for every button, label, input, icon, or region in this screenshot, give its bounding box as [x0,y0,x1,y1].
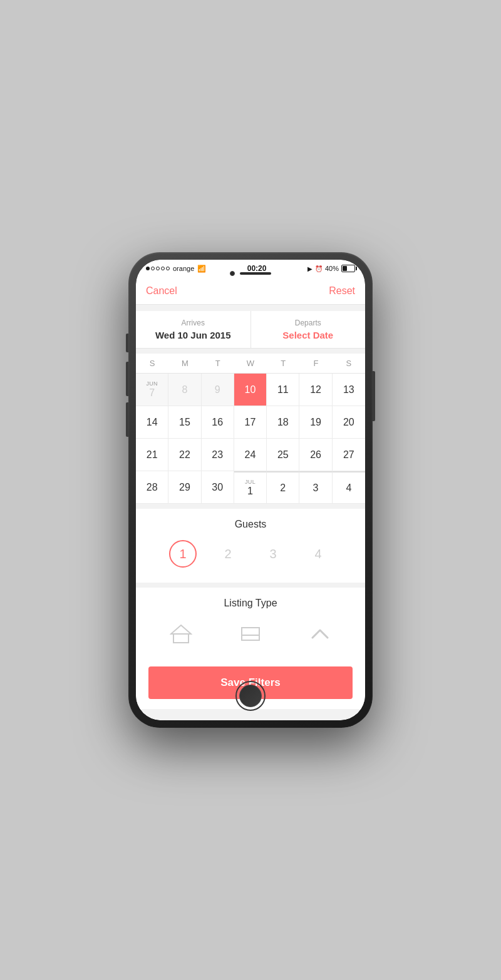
listing-icon-chevron[interactable] [309,624,331,644]
battery-icon [341,265,355,272]
location-icon: ▶ [307,265,312,272]
calendar-header: S M T W T F S [136,354,365,374]
chevron-up-icon [309,624,331,644]
day-thu: T [267,354,299,373]
listing-type-section: Listing Type [136,588,365,659]
cal-day-26[interactable]: 26 [299,439,332,471]
cancel-button[interactable]: Cancel [146,285,177,297]
departs-column[interactable]: Departs Select Date [251,311,366,348]
arrives-label: Arrives [182,319,205,327]
listing-type-title: Listing Type [146,598,355,609]
guest-option-2[interactable]: 2 [214,540,242,568]
day-num: 12 [310,384,321,396]
signal-dot-2 [151,267,155,270]
day-num: 13 [343,384,354,396]
cal-day-17[interactable]: 17 [234,406,267,439]
cal-day-30[interactable]: 30 [202,471,234,504]
guests-title: Guests [146,519,355,530]
day-num: 18 [277,417,289,428]
cal-day-jul1[interactable]: JUL 1 [234,471,267,504]
house-icon [170,624,192,644]
cal-day-22[interactable]: 22 [168,439,201,471]
calendar-row-4: 28 29 30 JUL 1 2 3 4 [136,471,365,504]
day-num: 16 [212,417,223,428]
cal-day-16[interactable]: 16 [202,406,234,439]
day-num: 2 [280,482,286,494]
cal-day-10-selected[interactable]: 10 [234,374,267,406]
cal-day-jul3[interactable]: 3 [299,471,332,504]
alarm-icon: ⏰ [315,265,323,272]
departs-value: Select Date [282,330,333,340]
day-num: 17 [245,417,256,428]
carrier-label: orange [173,265,194,272]
listing-icon-room[interactable] [239,624,262,644]
day-num: 1 [247,486,253,497]
day-num: 8 [182,384,187,396]
cal-day-24[interactable]: 24 [234,439,267,471]
day-num: 27 [343,449,354,461]
day-fri: F [299,354,332,373]
room-icon [239,624,262,644]
home-button[interactable] [235,681,266,711]
camera-area [230,271,271,276]
cal-day-27[interactable]: 27 [333,439,365,471]
signal-dot-3 [156,267,160,270]
cal-day-11[interactable]: 11 [267,374,299,406]
day-num: 24 [245,449,256,461]
day-tue: T [202,354,234,373]
screen: orange 📶 00:20 ▶ ⏰ 40% Cancel Reset [136,260,365,720]
listing-icon-house[interactable] [170,624,192,644]
calendar-row-2: 14 15 16 17 18 19 20 [136,406,365,439]
camera-dot [230,271,235,276]
speaker-grille [240,272,271,275]
cal-day-12[interactable]: 12 [299,374,332,406]
cal-day-8[interactable]: 8 [168,374,201,406]
day-num: 15 [179,417,190,428]
signal-dot-4 [161,267,165,270]
day-num: 21 [147,449,158,461]
arrives-column[interactable]: Arrives Wed 10 Jun 2015 [136,311,251,348]
guest-option-3[interactable]: 3 [259,540,287,568]
cal-day-15[interactable]: 15 [168,406,201,439]
volume-up-button [126,362,128,396]
cal-day-14[interactable]: 14 [136,406,168,439]
signal-dot-5 [166,267,170,270]
calendar-row-3: 21 22 23 24 25 26 27 [136,439,365,471]
day-num: 19 [310,417,321,428]
reset-button[interactable]: Reset [329,285,355,297]
calendar-row-1: JUN 7 8 9 10 11 [136,374,365,406]
cal-day-25[interactable]: 25 [267,439,299,471]
date-selector: Arrives Wed 10 Jun 2015 Departs Select D… [136,311,365,349]
day-num: 25 [277,449,289,461]
day-num: 4 [346,482,351,494]
svg-marker-0 [171,625,191,634]
day-mon: M [168,354,201,373]
cal-day-jun7[interactable]: JUN 7 [136,374,168,406]
cal-day-13[interactable]: 13 [333,374,365,406]
cal-day-29[interactable]: 29 [168,471,201,504]
month-label-jul: JUL [245,479,256,485]
day-num: 29 [179,482,190,493]
wifi-icon: 📶 [197,265,206,273]
cal-day-19[interactable]: 19 [299,406,332,439]
cal-day-20[interactable]: 20 [333,406,365,439]
cal-day-9[interactable]: 9 [202,374,234,406]
nav-bar: Cancel Reset [136,277,365,305]
cal-day-jul2[interactable]: 2 [267,471,299,504]
guest-option-4[interactable]: 4 [304,540,332,568]
day-num: 9 [215,384,220,396]
day-sun: S [136,354,168,373]
guest-option-1[interactable]: 1 [169,540,197,568]
cal-day-jul4[interactable]: 4 [333,471,365,504]
cal-day-18[interactable]: 18 [267,406,299,439]
day-num: 23 [212,449,223,461]
day-num: 28 [147,482,158,493]
cal-day-21[interactable]: 21 [136,439,168,471]
cal-day-28[interactable]: 28 [136,471,168,504]
cal-day-23[interactable]: 23 [202,439,234,471]
day-num: 30 [212,482,223,493]
volume-down-button [126,402,128,437]
main-content: Arrives Wed 10 Jun 2015 Departs Select D… [136,305,365,720]
arrives-value: Wed 10 Jun 2015 [155,330,231,340]
day-wed: W [234,354,267,373]
